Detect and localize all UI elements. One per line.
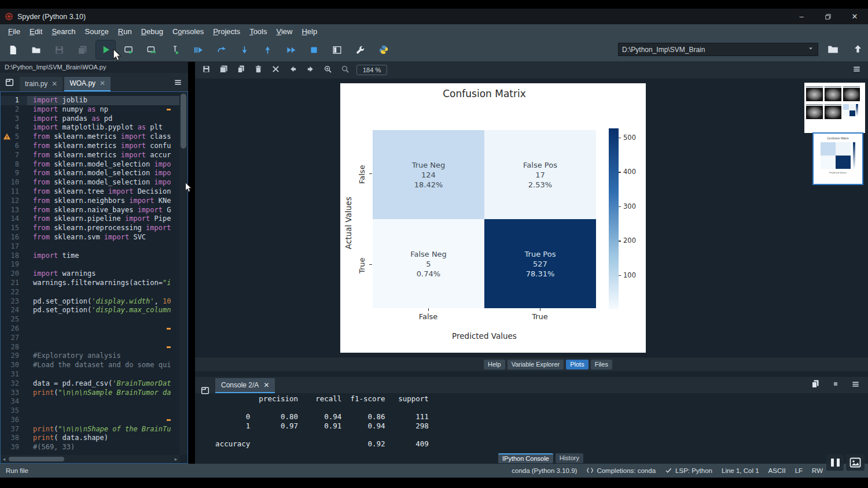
close-icon[interactable]: ✕ — [52, 77, 57, 91]
scroll-left-arrow[interactable]: ◂ — [1, 456, 8, 462]
editor-tab-train.py[interactable]: train.py✕ — [20, 77, 62, 91]
plot-zoom-out-button[interactable] — [341, 65, 350, 76]
menu-item-consoles[interactable]: Consoles — [168, 27, 208, 36]
scrollbar-thumb[interactable] — [181, 94, 186, 149]
picture-icon[interactable] — [846, 454, 865, 471]
continue-button[interactable] — [281, 40, 300, 59]
run-cell-advance-button[interactable] — [142, 40, 161, 59]
console-switcher-ipython-console[interactable]: IPython Console — [498, 453, 553, 463]
code-line-21[interactable]: 21warnings.filterwarnings(action="i — [1, 279, 179, 288]
code-line-2[interactable]: 2import numpy as np — [1, 105, 179, 114]
code-line-15[interactable]: 15from sklearn.preprocessing import — [1, 224, 179, 233]
maximize-pane-button[interactable] — [328, 40, 347, 59]
code-line-1[interactable]: 1import joblib — [1, 96, 179, 105]
plots-options-menu-icon[interactable] — [852, 65, 861, 76]
menu-item-tools[interactable]: Tools — [245, 27, 271, 36]
scrollbar-thumb[interactable] — [9, 457, 64, 461]
code-line-38[interactable]: 38print( data.shape) — [1, 434, 179, 443]
code-line-33[interactable]: 33print("\n\n\nSample BrainTumor da — [1, 389, 179, 398]
menu-item-help[interactable]: Help — [297, 27, 322, 36]
code-line-5[interactable]: 5from sklearn.metrics import class — [1, 132, 179, 142]
status-completions-conda[interactable]: Completions: conda — [586, 467, 656, 475]
warning-icon[interactable] — [3, 132, 11, 143]
code-line-28[interactable]: 28 — [1, 343, 179, 352]
browse-tabs-icon[interactable] — [5, 77, 14, 90]
save-all-button[interactable] — [73, 40, 92, 59]
code-line-6[interactable]: 6from sklearn.metrics import confu — [1, 142, 179, 151]
debug-file-button[interactable] — [189, 40, 208, 59]
close-icon[interactable]: ✕ — [263, 378, 269, 392]
plot-save-button[interactable] — [202, 65, 211, 76]
plot-next-button[interactable] — [306, 65, 315, 76]
menu-item-source[interactable]: Source — [80, 27, 113, 36]
console-switcher-history[interactable]: History — [556, 453, 583, 463]
console-options-menu-icon[interactable] — [851, 380, 860, 391]
debug-step-over-button[interactable] — [212, 40, 231, 59]
pane-tab-help[interactable]: Help — [484, 360, 505, 369]
working-directory-combobox[interactable]: D:\Python_Imp\SVM_Brain — [618, 43, 818, 56]
plot-copy-button[interactable] — [237, 65, 245, 76]
code-line-10[interactable]: 10from sklearn.model_selection impo — [1, 178, 179, 187]
code-line-25[interactable]: 25 — [1, 315, 179, 324]
step-into-button[interactable] — [235, 40, 254, 59]
code-line-34[interactable]: 34 — [1, 397, 179, 406]
code-line-26[interactable]: 26 — [1, 324, 179, 334]
code-line-16[interactable]: 16from sklearn.svm import SVC — [1, 233, 179, 242]
menu-item-debug[interactable]: Debug — [137, 27, 168, 36]
pane-tab-files[interactable]: Files — [591, 360, 612, 369]
menu-item-search[interactable]: Search — [47, 27, 80, 36]
code-line-11[interactable]: 11from sklearn.tree import Decision — [1, 187, 179, 197]
code-line-24[interactable]: 24pd.set_option('display.max_column — [1, 306, 179, 315]
code-line-8[interactable]: 8from sklearn.model_selection impo — [1, 160, 179, 169]
plot-zoom-in-button[interactable] — [323, 65, 332, 76]
python-path-button[interactable] — [374, 40, 393, 59]
code-line-22[interactable]: 22 — [1, 288, 179, 297]
plot-save-all-button[interactable] — [219, 65, 228, 76]
plot-thumbnail-brain-images[interactable] — [804, 83, 865, 133]
step-return-button[interactable] — [258, 40, 277, 59]
pane-tab-variable-explorer[interactable]: Variable Explorer — [507, 360, 564, 369]
status-rw[interactable]: RW — [812, 467, 823, 474]
editor-tab-WOA.py[interactable]: WOA.py✕ — [64, 77, 111, 91]
code-line-14[interactable]: 14from sklearn.pipeline import Pipe — [1, 215, 179, 224]
pause-icon[interactable] — [826, 454, 844, 471]
code-line-27[interactable]: 27 — [1, 334, 179, 343]
code-line-36[interactable]: 36 — [1, 416, 179, 425]
browse-directory-button[interactable] — [827, 45, 838, 57]
code-line-35[interactable]: 35 — [1, 406, 179, 416]
plot-remove-all-button[interactable] — [271, 65, 280, 76]
code-editor[interactable]: 1import joblib2import numpy as np3import… — [0, 91, 188, 464]
code-line-17[interactable]: 17 — [1, 242, 179, 252]
code-line-23[interactable]: 23pd.set_option('display.width', 10 — [1, 297, 179, 306]
restore-button[interactable] — [815, 9, 841, 24]
parent-directory-button[interactable] — [853, 44, 863, 56]
status-lsp-python[interactable]: LSP: Python — [665, 467, 712, 475]
editor-vertical-scrollbar[interactable] — [179, 92, 187, 455]
code-line-39[interactable]: 39#(569, 33) — [1, 443, 179, 452]
minimize-button[interactable]: – — [788, 9, 815, 24]
menu-item-view[interactable]: View — [271, 27, 297, 36]
menu-item-file[interactable]: File — [3, 27, 25, 36]
code-line-29[interactable]: 29#Exploratory analysis — [1, 352, 179, 361]
menu-item-run[interactable]: Run — [113, 27, 137, 36]
code-line-4[interactable]: 4import matplotlib.pyplot as plt — [1, 123, 179, 132]
run-selection-button[interactable] — [165, 40, 185, 59]
save-button[interactable] — [50, 40, 69, 59]
close-button[interactable]: ✕ — [841, 9, 868, 24]
scroll-right-arrow[interactable]: ▸ — [172, 456, 179, 462]
code-line-20[interactable]: 20import warnings — [1, 269, 179, 279]
status-ascii[interactable]: ASCII — [768, 467, 786, 474]
code-line-18[interactable]: 18import time — [1, 252, 179, 261]
classification-report-output[interactable]: precision recall f1-score support 0 0.80… — [198, 394, 429, 449]
close-icon[interactable]: ✕ — [100, 76, 105, 91]
code-line-19[interactable]: 19 — [1, 260, 179, 269]
editor-horizontal-scrollbar[interactable]: ◂ ▸ — [1, 455, 179, 463]
code-line-7[interactable]: 7from sklearn.metrics import accur — [1, 151, 179, 160]
code-line-13[interactable]: 13from sklearn.naive_bayes import G — [1, 206, 179, 215]
status-lf[interactable]: LF — [795, 467, 803, 474]
code-line-3[interactable]: 3import pandas as pd — [1, 114, 179, 124]
code-line-32[interactable]: 32data = pd.read_csv('BrainTumorDat — [1, 379, 179, 389]
plot-previous-button[interactable] — [289, 65, 297, 76]
code-line-37[interactable]: 37print("\n\n\nShape of the BrainTu — [1, 425, 179, 434]
console-tab[interactable]: Console 2/A ✕ — [215, 378, 275, 393]
